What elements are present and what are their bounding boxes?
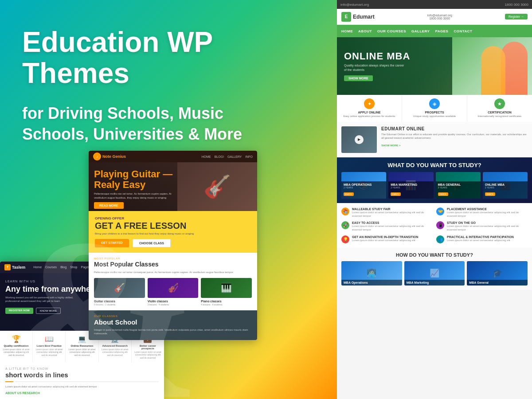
piano-class-meta: 4 lessons · 6 students <box>201 303 252 306</box>
benefits-grid: 📚 MALLEABLE STUDY FAIR Lorem ipsum dolor… <box>341 207 528 243</box>
edumart-nav-contact[interactable]: CONTACT <box>454 29 472 33</box>
benefit-3-sub: Lorem ipsum dolor sit amet consectetur a… <box>352 225 433 232</box>
video-thumbnail[interactable]: ▶ <box>341 126 377 153</box>
how-cards: 👩‍💻 MBA Operations 📈 MBA Marketing 🎓 MBA… <box>341 261 528 286</box>
hero-title: Education WP Themes <box>22 27 279 89</box>
benefit-2-title: PLACEMENT ASSISTANCE <box>447 207 528 211</box>
benefit-4-icon: 📱 <box>436 221 444 229</box>
show-more-link[interactable]: SHOW MORE > <box>381 144 401 147</box>
benefit-1-text: MALLEABLE STUDY FAIR Lorem ipsum dolor s… <box>352 207 433 218</box>
edumart-hero-text: ONLINE MBA Quality education always shap… <box>344 51 410 82</box>
music-nav-info[interactable]: INFO <box>245 155 253 158</box>
edumart-hero-btn[interactable]: SHOW MORE <box>344 75 373 81</box>
online-section-title: EDUMART ONLINE <box>381 126 528 131</box>
how-card-1[interactable]: 👩‍💻 MBA Operations <box>341 261 402 286</box>
benefit-1-sub: Lorem ipsum dolor sit amet consectetur a… <box>352 211 433 218</box>
course-card-1[interactable]: 📚 MBA OPERATIONS 2 YEARS ENROL <box>341 172 386 199</box>
edumart-nav-courses[interactable]: OUR COURSES <box>377 29 406 33</box>
feature-box-3-title: CERTIFICATION <box>470 111 529 114</box>
course-card-4-badge: ENROL <box>485 192 495 196</box>
edumart-email: info@edumart.org <box>340 3 369 7</box>
how-card-2[interactable]: 📈 MBA Marketing <box>404 261 465 286</box>
course-card-4-overlay: ONLINE MBA 2 YEARS ENROL <box>483 181 528 199</box>
benefit-5-icon: 💡 <box>341 235 349 243</box>
course-card-4[interactable]: 💼 ONLINE MBA 2 YEARS ENROL <box>483 172 528 199</box>
benefit-2-icon: 🤝 <box>436 207 444 215</box>
play-button-icon[interactable]: ▶ <box>355 135 364 144</box>
benefit-1-title: MALLEABLE STUDY FAIR <box>352 207 433 211</box>
feature-box-2: ◈ PROSPECTS Unique study opportunities a… <box>402 95 467 122</box>
course-card-3[interactable]: 🎓 MBA GENERAL 3 YEARS ENROL <box>436 172 481 199</box>
benefit-5: 💡 GET AN INNOVATIVE IN-DEPTH TRANSITION … <box>341 235 433 243</box>
piano-class-img: 🎹 <box>201 278 252 298</box>
edumart-topbar: info@edumart.org 1800 000 3000 <box>337 0 532 9</box>
pc-card-piano[interactable]: 🎹 Piano classes 4 lessons · 6 students <box>201 278 252 306</box>
prospects-icon: ◈ <box>429 98 440 109</box>
feature-box-1: ✦ APPLY ONLINE Easy online application p… <box>337 95 402 122</box>
benefit-6: 👥 PRACTICAL & INTERACTIVE PARTICIPATION … <box>436 235 528 243</box>
course-card-4-sub: 2 YEARS <box>485 186 525 189</box>
course-card-2-sub: 2 YEARS <box>391 186 431 189</box>
course-card-1-title: MBA OPERATIONS <box>344 183 384 186</box>
music-nav-gallery[interactable]: GALLERY <box>227 155 242 158</box>
edumart-logo: E Edumart <box>341 12 375 22</box>
music-hero-title-line2: Realy Easy <box>94 179 145 190</box>
course-card-3-sub: 3 YEARS <box>438 186 478 189</box>
edumart-nav-about[interactable]: ABOUT <box>358 29 372 33</box>
edumart-logo-text: Edumart <box>353 14 375 20</box>
how-section: HOW DO YOU WANT TO STUDY? 👩‍💻 MBA Operat… <box>337 248 532 290</box>
benefit-1-icon: 📚 <box>341 207 349 215</box>
music-nav-blog[interactable]: BLOG! <box>215 155 224 158</box>
right-panel[interactable]: info@edumart.org 1800 000 3000 E Edumart… <box>337 0 532 399</box>
music-hero-title-line1: Playing Guitar — <box>94 168 172 180</box>
study-section: WHAT DO YOU WANT TO STUDY? 📚 MBA OPERATI… <box>337 157 532 203</box>
course-cards: 📚 MBA OPERATIONS 2 YEARS ENROL 📊 MBA MAR… <box>341 172 528 199</box>
apply-online-icon: ✦ <box>364 98 375 109</box>
music-nav-items: HOME BLOG! GALLERY INFO <box>202 155 253 158</box>
study-section-title: WHAT DO YOU WANT TO STUDY? <box>341 162 528 168</box>
edumart-hero-banner: ONLINE MBA Quality education always shap… <box>337 37 532 95</box>
feature-box-2-text: Unique study opportunities available <box>405 115 464 118</box>
edumart-register-btn[interactable]: Register → <box>505 14 528 20</box>
feature-box-1-text: Easy online application process for stud… <box>340 115 399 118</box>
music-logo-text: Note Genius <box>102 154 126 159</box>
ampersand-watermark: & <box>9 204 201 399</box>
course-card-2-badge: ENROL <box>391 192 401 196</box>
edumart-header: E Edumart info@edumart.org1800 000 3000 … <box>337 9 532 25</box>
benefit-6-text: PRACTICAL & INTERACTIVE PARTICIPATION Lo… <box>447 235 514 243</box>
benefit-5-sub: Lorem ipsum dolor sit amet consectetur a… <box>352 239 419 243</box>
music-nav-home[interactable]: HOME <box>202 155 211 158</box>
feature-box-3: ★ CERTIFICATION Internationally recogniz… <box>467 95 532 122</box>
benefit-6-title: PRACTICAL & INTERACTIVE PARTICIPATION <box>447 235 514 239</box>
edumart-hero-sub: Quality education always shapes the care… <box>344 63 406 72</box>
benefit-6-sub: Lorem ipsum dolor sit amet consectetur a… <box>447 239 514 243</box>
music-logo: ♪ Note Genius <box>93 153 126 160</box>
online-section-text: The Edumart Online is our effort to educ… <box>381 133 528 140</box>
benefit-4-title: STUDY ON THE GO <box>447 221 528 224</box>
benefit-5-text: GET AN INNOVATIVE IN-DEPTH TRANSITION Lo… <box>352 235 419 243</box>
music-logo-icon: ♪ <box>93 153 101 160</box>
edumart-phone: 1800 000 3000 <box>505 3 528 7</box>
left-panel: & Education WP Themes for Driving School… <box>0 0 337 399</box>
benefit-3-text: EASY TO ACCESS Lorem ipsum dolor sit ame… <box>352 221 433 232</box>
feature-box-2-title: PROSPECTS <box>405 111 464 114</box>
how-card-3[interactable]: 🎓 MBA General <box>467 261 528 286</box>
course-card-1-overlay: MBA OPERATIONS 2 YEARS ENROL <box>341 181 386 199</box>
how-card-1-label: MBA Operations <box>341 280 402 286</box>
benefit-5-title: GET AN INNOVATIVE IN-DEPTH TRANSITION <box>352 235 419 239</box>
edumart-nav-pages[interactable]: PAGES <box>435 29 448 33</box>
edumart-theme: info@edumart.org 1800 000 3000 E Edumart… <box>337 0 532 290</box>
benefit-6-icon: 👥 <box>436 235 444 243</box>
course-card-2-title: MBA MARKETING <box>391 183 431 186</box>
edumart-nav-gallery[interactable]: GALLERY <box>411 29 430 33</box>
course-card-3-badge: ENROL <box>438 192 448 196</box>
edumart-nav-home[interactable]: HOME <box>341 29 353 33</box>
hero-subtitle: for Driving Schools, Music Schools, Univ… <box>22 103 279 145</box>
course-card-2[interactable]: 📊 MBA MARKETING 2 YEARS ENROL <box>388 172 433 199</box>
benefit-3-icon: 🚀 <box>341 221 349 229</box>
course-card-1-badge: ENROL <box>344 192 354 196</box>
benefit-4: 📱 STUDY ON THE GO Lorem ipsum dolor sit … <box>436 221 528 232</box>
edumart-hero-title: ONLINE MBA <box>344 51 410 62</box>
edumart-online-section: ▶ EDUMART ONLINE The Edumart Online is o… <box>337 122 532 157</box>
how-section-title: HOW DO YOU WANT TO STUDY? <box>341 252 528 258</box>
